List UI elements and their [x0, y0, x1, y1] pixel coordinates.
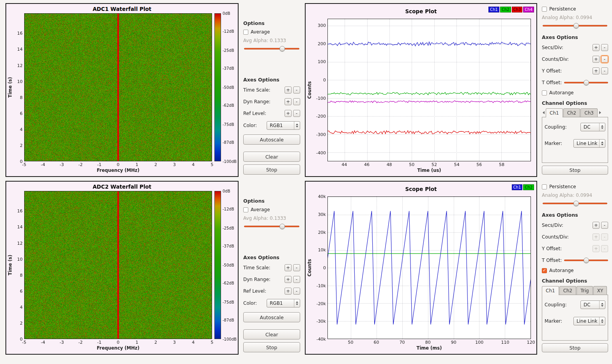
combo-spinner-icon[interactable]: [599, 317, 605, 325]
legend-ch1[interactable]: Ch1: [512, 184, 523, 190]
stop-button[interactable]: Stop: [243, 164, 300, 175]
tick-label: 120: [527, 340, 535, 345]
avg-alpha-slider[interactable]: [244, 46, 299, 52]
average-checkbox-row[interactable]: Average: [243, 29, 300, 35]
tick-label: 14: [17, 47, 23, 52]
combo-spinner-icon[interactable]: [599, 140, 605, 147]
scope2-title: Scope Plot: [306, 186, 536, 192]
tick-label: -75dB: [223, 122, 234, 127]
average-checkbox-row[interactable]: Average: [243, 207, 300, 212]
legend-ch4[interactable]: Ch4: [523, 7, 534, 12]
color-combo[interactable]: RGB1: [267, 299, 300, 307]
secs-div-label: Secs/Div:: [542, 223, 591, 228]
t-offset-slider[interactable]: [564, 80, 608, 86]
y-offset-minus-button[interactable]: -: [601, 67, 608, 74]
secs-div-minus-button[interactable]: -: [601, 44, 608, 51]
dyn-range-plus-button[interactable]: +: [285, 98, 292, 105]
color-combo[interactable]: RGB1: [267, 121, 300, 130]
tab-scroll-left-icon[interactable]: [542, 110, 546, 116]
average-checkbox[interactable]: [243, 207, 248, 212]
autoscale-button[interactable]: Autoscale: [243, 134, 300, 145]
persistence-checkbox[interactable]: [542, 7, 547, 12]
counts-div-plus-button[interactable]: +: [593, 233, 600, 240]
slider-track[interactable]: [244, 226, 299, 227]
counts-div-minus-button[interactable]: -: [601, 56, 608, 63]
time-scale-minus-button[interactable]: -: [293, 87, 300, 94]
legend-ch2[interactable]: Ch2: [523, 184, 534, 190]
secs-div-minus-button[interactable]: -: [601, 222, 608, 229]
scope1-x-axis-label: Time (us): [327, 167, 531, 174]
coupling-combo[interactable]: DC: [580, 300, 605, 309]
tab-ch3[interactable]: Ch3: [580, 108, 598, 117]
ref-level-plus-button[interactable]: +: [285, 288, 292, 295]
counts-div-plus-button[interactable]: +: [593, 56, 600, 63]
tab-scroll-right-icon[interactable]: [598, 110, 602, 116]
ref-level-plus-button[interactable]: +: [285, 110, 292, 117]
scope1-canvas[interactable]: [327, 19, 531, 161]
slider-handle[interactable]: [573, 201, 579, 206]
ref-level-label: Ref Level:: [243, 288, 283, 294]
dyn-range-plus-button[interactable]: +: [285, 276, 292, 283]
stop-button[interactable]: Stop: [542, 343, 608, 352]
combo-spinner-icon[interactable]: [599, 301, 605, 309]
waterfall1-canvas[interactable]: [24, 13, 212, 161]
dyn-range-minus-button[interactable]: -: [293, 98, 300, 105]
average-checkbox[interactable]: [243, 30, 248, 35]
secs-div-plus-button[interactable]: +: [593, 222, 600, 229]
ref-level-minus-button[interactable]: -: [293, 110, 300, 117]
combo-spinner-icon[interactable]: [294, 299, 300, 307]
clear-button[interactable]: Clear: [243, 152, 300, 162]
slider-handle[interactable]: [279, 224, 285, 229]
tab-trig[interactable]: Trig: [577, 286, 593, 295]
autorange-checkbox[interactable]: [542, 268, 547, 273]
slider-handle[interactable]: [584, 80, 589, 85]
persistence-checkbox-row[interactable]: Persistence: [542, 6, 608, 12]
t-offset-slider[interactable]: [564, 257, 608, 263]
slider-handle[interactable]: [573, 23, 579, 28]
legend-ch1[interactable]: Ch1: [488, 7, 499, 12]
ref-level-minus-button[interactable]: -: [293, 288, 300, 295]
scope2-canvas[interactable]: [327, 196, 531, 339]
y-offset-plus-button[interactable]: +: [593, 245, 600, 252]
legend-ch2[interactable]: Ch2: [500, 7, 511, 12]
marker-combo[interactable]: Line Link: [573, 139, 605, 148]
counts-div-minus-button[interactable]: -: [601, 233, 608, 240]
combo-spinner-icon[interactable]: [599, 123, 605, 131]
avg-alpha-slider[interactable]: [244, 223, 299, 230]
tab-ch1[interactable]: Ch1: [546, 108, 563, 117]
tab-ch1[interactable]: Ch1: [542, 286, 559, 295]
tab-ch2[interactable]: Ch2: [559, 286, 577, 295]
tick-label: -50dB: [223, 85, 234, 90]
marker-combo[interactable]: Line Link: [573, 317, 605, 325]
dyn-range-minus-button[interactable]: -: [293, 276, 300, 283]
y-offset-plus-button[interactable]: +: [593, 67, 600, 74]
time-scale-minus-button[interactable]: -: [293, 264, 300, 271]
autorange-checkbox[interactable]: [542, 90, 547, 95]
top-row: ADC1 Waterfall Plot Time (s) 16141210864…: [5, 3, 612, 182]
legend-ch3[interactable]: Ch3: [512, 7, 523, 12]
autorange-checkbox-row[interactable]: Autorange: [542, 268, 608, 273]
slider-track[interactable]: [244, 48, 299, 49]
coupling-combo[interactable]: DC: [580, 123, 605, 131]
tab-ch2[interactable]: Ch2: [563, 108, 580, 117]
y-offset-minus-button[interactable]: -: [601, 245, 608, 252]
persistence-checkbox[interactable]: [542, 184, 547, 189]
slider-handle[interactable]: [279, 46, 285, 51]
analog-alpha-slider[interactable]: [543, 23, 607, 28]
waterfall2-canvas[interactable]: [24, 191, 212, 339]
secs-div-plus-button[interactable]: +: [593, 44, 600, 51]
analog-alpha-slider[interactable]: [543, 200, 607, 206]
clear-button[interactable]: Clear: [243, 329, 300, 339]
persistence-checkbox-row[interactable]: Persistence: [542, 184, 608, 189]
combo-spinner-icon[interactable]: [294, 122, 300, 129]
stop-button[interactable]: Stop: [243, 342, 300, 352]
autoscale-button[interactable]: Autoscale: [243, 312, 300, 322]
time-scale-plus-button[interactable]: +: [285, 87, 292, 94]
tick-label: 4: [192, 162, 195, 167]
time-scale-plus-button[interactable]: +: [285, 264, 292, 271]
slider-handle[interactable]: [584, 258, 589, 263]
tab-xy[interactable]: XY: [593, 286, 607, 295]
autorange-checkbox-row[interactable]: Autorange: [542, 90, 608, 95]
tick-label: -37dB: [223, 244, 234, 248]
stop-button[interactable]: Stop: [542, 166, 608, 175]
